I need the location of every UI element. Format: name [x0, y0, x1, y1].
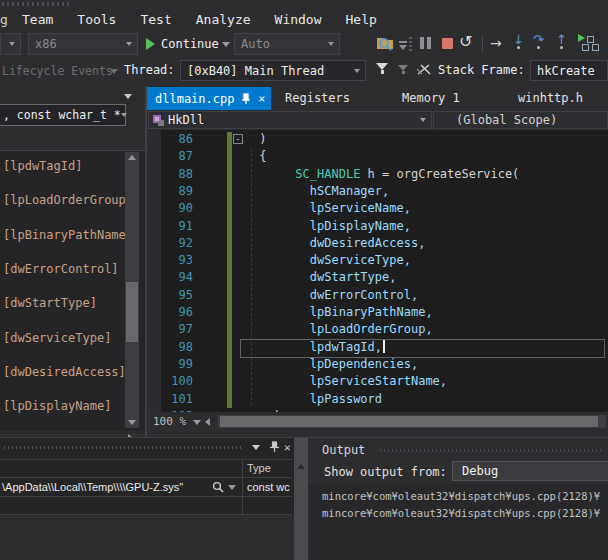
menu-item-team[interactable]: Team	[10, 10, 65, 29]
processes-icon[interactable]	[578, 34, 602, 50]
code-segment: lpBinaryPathName,	[310, 305, 433, 319]
code-line-88[interactable]: 88 SC_HANDLE h = orgCreateService(	[147, 167, 608, 184]
watch-item[interactable]: [dwErrorControl]	[3, 262, 119, 276]
vertical-scrollbar[interactable]	[294, 438, 308, 560]
code-line-91[interactable]: 91 lpDisplayName,	[147, 219, 608, 236]
visualizer-dropdown-icon[interactable]	[228, 485, 236, 490]
code-line-90[interactable]: 90 lpServiceName,	[147, 201, 608, 218]
code-line-99[interactable]: 99 lpDependencies,	[147, 357, 608, 374]
scroll-left-icon[interactable]	[205, 418, 210, 426]
line-number: 89	[147, 184, 193, 198]
menu-item-window[interactable]: Window	[263, 10, 334, 29]
project-scope-combobox[interactable]: HkDll	[148, 111, 432, 129]
code-segment: lpServiceName,	[310, 201, 411, 215]
tab-registers[interactable]: Registers	[285, 91, 350, 105]
tab-winhttp-h[interactable]: winhttp.h	[518, 91, 583, 105]
vertical-scrollbar[interactable]	[125, 152, 139, 428]
horizontal-scrollbar[interactable]	[218, 415, 606, 428]
code-line-101[interactable]: 101 lpPassword	[147, 392, 608, 409]
show-next-statement-icon[interactable]: →	[490, 36, 502, 50]
clipped-menu-item[interactable]: g	[0, 12, 8, 27]
pin-icon[interactable]	[240, 93, 252, 105]
scrollbar-thumb[interactable]	[126, 282, 138, 342]
stop-icon[interactable]	[442, 38, 453, 49]
step-over-icon[interactable]: ↷	[533, 33, 544, 49]
code-segment	[252, 253, 310, 267]
tab-dllmain-cpp[interactable]: dllmain.cpp ✕	[147, 87, 271, 110]
editor-status-row: 100 %	[147, 412, 608, 431]
thread-combobox[interactable]: [0xB40] Main Thread	[180, 60, 366, 81]
panel-drag-grip[interactable]	[4, 446, 244, 449]
code-editor[interactable]: - 86 )87 {88 SC_HANDLE h = orgCreateServ…	[147, 130, 608, 412]
toolbar-overflow-icon[interactable]	[399, 41, 407, 43]
watch-item[interactable]: [lpDisplayName]	[3, 399, 111, 413]
column-divider[interactable]	[242, 459, 243, 514]
panel-dropdown-icon[interactable]	[124, 94, 132, 99]
clear-filter-icon[interactable]	[398, 65, 408, 74]
type-cell[interactable]: const wc	[247, 481, 291, 493]
code-line-100[interactable]: 100 lpServiceStartName,	[147, 374, 608, 391]
code-line-86[interactable]: 86 )	[147, 132, 608, 149]
panel-dropdown-icon[interactable]	[252, 445, 260, 450]
scroll-up-icon[interactable]	[297, 464, 305, 469]
code-line-89[interactable]: 89 hSCManager,	[147, 184, 608, 201]
code-line-96[interactable]: 96 lpBinaryPathName,	[147, 305, 608, 322]
scope-combobox[interactable]: (Global Scope)	[433, 111, 608, 129]
step-out-icon[interactable]: ↑	[556, 33, 567, 49]
close-icon[interactable]: ✕	[258, 92, 265, 105]
line-number: 90	[147, 201, 193, 215]
code-line-93[interactable]: 93 dwServiceType,	[147, 253, 608, 270]
pause-icon[interactable]	[420, 37, 431, 49]
output-source-combobox[interactable]: Debug	[452, 461, 608, 481]
platform-combobox[interactable]: x86	[28, 33, 138, 55]
restart-icon[interactable]: ↺	[459, 34, 472, 50]
step-into-icon[interactable]: ↓	[513, 33, 524, 49]
magnifier-icon[interactable]	[212, 481, 224, 493]
zoom-level-dropdown[interactable]: 100 %	[153, 415, 186, 428]
continue-dropdown-icon[interactable]	[222, 42, 230, 47]
code-line-97[interactable]: 97 lpLoadOrderGroup,	[147, 322, 608, 339]
watch-item[interactable]: [lpLoadOrderGroup]	[3, 193, 133, 207]
watch-item[interactable]: [dwStartType]	[3, 296, 97, 310]
search-folder-icon[interactable]	[376, 33, 395, 51]
menu-item-analyze[interactable]: Analyze	[184, 10, 263, 29]
code-line-98[interactable]: 98 lpdwTagId,	[147, 340, 608, 357]
panel-drag-grip[interactable]	[380, 449, 604, 452]
tab-memory-1[interactable]: Memory 1	[402, 91, 460, 105]
code-segment	[252, 184, 310, 198]
close-icon[interactable]: ✕	[284, 441, 291, 454]
toolbar-grip-handle[interactable]	[409, 36, 412, 51]
code-line-95[interactable]: 95 dwErrorControl,	[147, 288, 608, 305]
pin-icon[interactable]	[269, 441, 280, 453]
flagged-threads-icon[interactable]	[416, 63, 432, 76]
continue-button[interactable]: Continue	[161, 37, 219, 51]
watch-item[interactable]: [dwServiceType]	[3, 331, 111, 345]
scroll-up-icon[interactable]	[128, 155, 136, 160]
menu-item-test[interactable]: Test	[128, 10, 183, 29]
watch-item[interactable]: [lpdwTagId]	[3, 159, 82, 173]
output-log[interactable]: mincore¥com¥oleaut32¥dispatch¥ups.cpp(21…	[309, 484, 608, 560]
continue-play-icon[interactable]	[146, 38, 155, 50]
clipped-combobox[interactable]	[0, 33, 21, 55]
type-column-header[interactable]: Type	[247, 462, 271, 474]
chevron-down-icon	[121, 113, 127, 117]
code-segment: lpPassword	[310, 392, 382, 406]
code-line-87[interactable]: 87 {	[147, 149, 608, 166]
scrollbar-thumb[interactable]	[220, 416, 598, 427]
target-combobox[interactable]: Auto	[234, 33, 340, 55]
watch-value-cell[interactable]: \AppData\\Local\\Temp\\\\GPU-Z.sys"	[2, 481, 183, 493]
toolbar-overflow-chevron-icon[interactable]	[399, 45, 407, 50]
scroll-down-icon[interactable]	[128, 420, 136, 425]
watch-item[interactable]: [lpBinaryPathName]	[3, 228, 133, 242]
watch-item[interactable]: [dwDesiredAccess]	[3, 365, 126, 379]
stack-frame-combobox[interactable]: hkCreate	[530, 60, 608, 81]
code-line-92[interactable]: 92 dwDesiredAccess,	[147, 236, 608, 253]
lifecycle-events-dropdown[interactable]: Lifecycle Events	[2, 64, 113, 78]
menu-item-help[interactable]: Help	[334, 10, 389, 29]
code-text: dwDesiredAccess,	[252, 236, 425, 250]
filter-threads-icon[interactable]	[376, 63, 388, 74]
chevron-down-icon[interactable]	[193, 420, 201, 425]
watch-value-combobox[interactable]: , const wchar_t *	[0, 104, 126, 126]
code-line-94[interactable]: 94 dwStartType,	[147, 270, 608, 287]
menu-item-tools[interactable]: Tools	[65, 10, 128, 29]
